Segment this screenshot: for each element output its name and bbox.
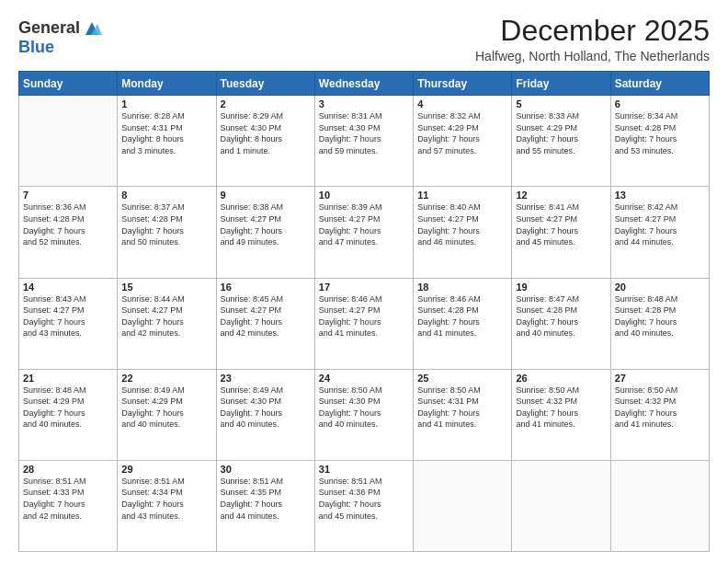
day-detail: Sunrise: 8:42 AM Sunset: 4:27 PM Dayligh…: [615, 201, 705, 247]
day-detail: Sunrise: 8:34 AM Sunset: 4:28 PM Dayligh…: [615, 110, 705, 156]
calendar-cell: 12Sunrise: 8:41 AM Sunset: 4:27 PM Dayli…: [512, 187, 610, 278]
day-detail: Sunrise: 8:32 AM Sunset: 4:29 PM Dayligh…: [417, 110, 507, 156]
day-number: 18: [417, 282, 507, 293]
day-number: 10: [319, 190, 409, 201]
day-detail: Sunrise: 8:50 AM Sunset: 4:31 PM Dayligh…: [417, 385, 507, 431]
weekday-header-row: SundayMondayTuesdayWednesdayThursdayFrid…: [19, 72, 710, 96]
logo-blue: Blue: [18, 39, 102, 57]
day-number: 31: [319, 464, 409, 475]
day-detail: Sunrise: 8:44 AM Sunset: 4:27 PM Dayligh…: [121, 293, 211, 339]
day-number: 24: [319, 373, 409, 384]
calendar-cell: 23Sunrise: 8:49 AM Sunset: 4:30 PM Dayli…: [216, 369, 314, 460]
day-detail: Sunrise: 8:28 AM Sunset: 4:31 PM Dayligh…: [121, 110, 211, 156]
day-number: 29: [121, 464, 211, 475]
day-detail: Sunrise: 8:40 AM Sunset: 4:27 PM Dayligh…: [417, 201, 507, 247]
day-detail: Sunrise: 8:49 AM Sunset: 4:30 PM Dayligh…: [221, 385, 311, 431]
logo-general: General: [18, 19, 80, 38]
calendar-cell: 3Sunrise: 8:31 AM Sunset: 4:30 PM Daylig…: [314, 96, 413, 187]
day-number: 5: [516, 98, 606, 109]
day-detail: Sunrise: 8:50 AM Sunset: 4:32 PM Dayligh…: [516, 385, 606, 431]
calendar-cell: 4Sunrise: 8:32 AM Sunset: 4:29 PM Daylig…: [414, 96, 512, 187]
day-detail: Sunrise: 8:37 AM Sunset: 4:28 PM Dayligh…: [121, 201, 211, 247]
calendar-cell: 28Sunrise: 8:51 AM Sunset: 4:33 PM Dayli…: [19, 460, 118, 551]
day-number: 4: [417, 98, 507, 109]
day-number: 21: [23, 373, 113, 384]
calendar-cell: [19, 96, 118, 187]
day-number: 20: [615, 282, 705, 293]
calendar-cell: 21Sunrise: 8:48 AM Sunset: 4:29 PM Dayli…: [19, 369, 118, 460]
day-detail: Sunrise: 8:50 AM Sunset: 4:32 PM Dayligh…: [615, 385, 705, 431]
calendar-cell: 13Sunrise: 8:42 AM Sunset: 4:27 PM Dayli…: [610, 187, 709, 278]
page: General Blue December 2025 Halfweg, Nort…: [0, 0, 728, 563]
calendar-cell: 31Sunrise: 8:51 AM Sunset: 4:36 PM Dayli…: [314, 460, 413, 551]
location-subtitle: Halfweg, North Holland, The Netherlands: [475, 49, 710, 63]
day-number: 7: [23, 190, 113, 201]
calendar-cell: 30Sunrise: 8:51 AM Sunset: 4:35 PM Dayli…: [216, 460, 314, 551]
calendar: SundayMondayTuesdayWednesdayThursdayFrid…: [18, 71, 710, 552]
week-row-4: 21Sunrise: 8:48 AM Sunset: 4:29 PM Dayli…: [19, 369, 710, 460]
day-detail: Sunrise: 8:36 AM Sunset: 4:28 PM Dayligh…: [23, 201, 113, 247]
day-number: 22: [121, 373, 211, 384]
weekday-header-wednesday: Wednesday: [314, 72, 413, 96]
month-title: December 2025: [475, 15, 710, 47]
calendar-cell: [610, 460, 709, 551]
day-detail: Sunrise: 8:48 AM Sunset: 4:28 PM Dayligh…: [615, 293, 705, 339]
day-number: 25: [417, 373, 507, 384]
weekday-header-sunday: Sunday: [19, 72, 118, 96]
day-number: 3: [319, 98, 409, 109]
day-detail: Sunrise: 8:33 AM Sunset: 4:29 PM Dayligh…: [516, 110, 606, 156]
calendar-cell: [512, 460, 610, 551]
day-detail: Sunrise: 8:51 AM Sunset: 4:36 PM Dayligh…: [319, 476, 409, 522]
calendar-cell: 18Sunrise: 8:46 AM Sunset: 4:28 PM Dayli…: [414, 278, 512, 369]
calendar-cell: 24Sunrise: 8:50 AM Sunset: 4:30 PM Dayli…: [314, 369, 413, 460]
title-block: December 2025 Halfweg, North Holland, Th…: [475, 15, 710, 63]
weekday-header-thursday: Thursday: [414, 72, 512, 96]
calendar-cell: 15Sunrise: 8:44 AM Sunset: 4:27 PM Dayli…: [118, 278, 216, 369]
day-detail: Sunrise: 8:50 AM Sunset: 4:30 PM Dayligh…: [319, 385, 409, 431]
day-detail: Sunrise: 8:46 AM Sunset: 4:28 PM Dayligh…: [417, 293, 507, 339]
day-detail: Sunrise: 8:43 AM Sunset: 4:27 PM Dayligh…: [23, 293, 113, 339]
week-row-5: 28Sunrise: 8:51 AM Sunset: 4:33 PM Dayli…: [19, 460, 710, 551]
calendar-cell: 2Sunrise: 8:29 AM Sunset: 4:30 PM Daylig…: [216, 96, 314, 187]
header: General Blue December 2025 Halfweg, Nort…: [18, 15, 710, 63]
day-number: 14: [23, 282, 113, 293]
weekday-header-monday: Monday: [118, 72, 216, 96]
calendar-cell: 7Sunrise: 8:36 AM Sunset: 4:28 PM Daylig…: [19, 187, 118, 278]
weekday-header-saturday: Saturday: [610, 72, 709, 96]
day-number: 12: [516, 190, 606, 201]
day-number: 28: [23, 464, 113, 475]
calendar-cell: 5Sunrise: 8:33 AM Sunset: 4:29 PM Daylig…: [512, 96, 610, 187]
day-number: 26: [516, 373, 606, 384]
calendar-cell: 19Sunrise: 8:47 AM Sunset: 4:28 PM Dayli…: [512, 278, 610, 369]
day-number: 11: [417, 190, 507, 201]
day-number: 13: [615, 190, 705, 201]
day-detail: Sunrise: 8:39 AM Sunset: 4:27 PM Dayligh…: [319, 201, 409, 247]
calendar-cell: 10Sunrise: 8:39 AM Sunset: 4:27 PM Dayli…: [314, 187, 413, 278]
calendar-cell: 14Sunrise: 8:43 AM Sunset: 4:27 PM Dayli…: [19, 278, 118, 369]
calendar-cell: 22Sunrise: 8:49 AM Sunset: 4:29 PM Dayli…: [118, 369, 216, 460]
day-number: 27: [615, 373, 705, 384]
week-row-2: 7Sunrise: 8:36 AM Sunset: 4:28 PM Daylig…: [19, 187, 710, 278]
calendar-cell: 20Sunrise: 8:48 AM Sunset: 4:28 PM Dayli…: [610, 278, 709, 369]
day-number: 17: [319, 282, 409, 293]
day-number: 30: [221, 464, 311, 475]
day-number: 8: [121, 190, 211, 201]
calendar-cell: 17Sunrise: 8:46 AM Sunset: 4:27 PM Dayli…: [314, 278, 413, 369]
calendar-cell: 8Sunrise: 8:37 AM Sunset: 4:28 PM Daylig…: [118, 187, 216, 278]
calendar-cell: 9Sunrise: 8:38 AM Sunset: 4:27 PM Daylig…: [216, 187, 314, 278]
calendar-cell: 27Sunrise: 8:50 AM Sunset: 4:32 PM Dayli…: [610, 369, 709, 460]
day-number: 1: [121, 98, 211, 109]
calendar-cell: 25Sunrise: 8:50 AM Sunset: 4:31 PM Dayli…: [414, 369, 512, 460]
day-number: 6: [615, 98, 705, 109]
calendar-cell: 29Sunrise: 8:51 AM Sunset: 4:34 PM Dayli…: [118, 460, 216, 551]
day-detail: Sunrise: 8:51 AM Sunset: 4:35 PM Dayligh…: [221, 476, 311, 522]
day-number: 19: [516, 282, 606, 293]
calendar-cell: 11Sunrise: 8:40 AM Sunset: 4:27 PM Dayli…: [414, 187, 512, 278]
day-detail: Sunrise: 8:46 AM Sunset: 4:27 PM Dayligh…: [319, 293, 409, 339]
day-detail: Sunrise: 8:29 AM Sunset: 4:30 PM Dayligh…: [221, 110, 311, 156]
calendar-cell: 6Sunrise: 8:34 AM Sunset: 4:28 PM Daylig…: [610, 96, 709, 187]
calendar-cell: 16Sunrise: 8:45 AM Sunset: 4:27 PM Dayli…: [216, 278, 314, 369]
day-detail: Sunrise: 8:51 AM Sunset: 4:34 PM Dayligh…: [121, 476, 211, 522]
calendar-cell: 1Sunrise: 8:28 AM Sunset: 4:31 PM Daylig…: [118, 96, 216, 187]
logo: General Blue: [18, 18, 102, 57]
